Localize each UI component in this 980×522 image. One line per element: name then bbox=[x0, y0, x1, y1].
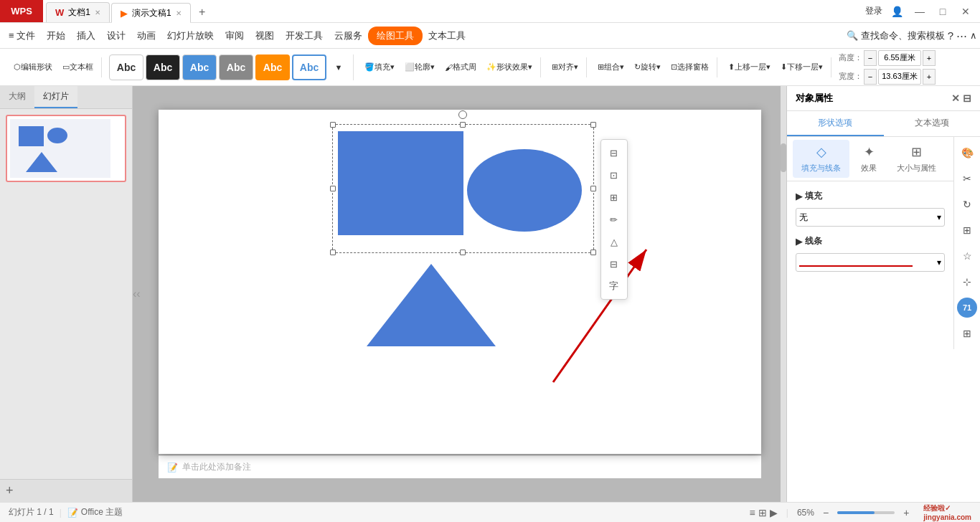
group-button[interactable]: ⊞ 组合▾ bbox=[594, 57, 628, 77]
canvas-area[interactable]: ‹‹ bbox=[133, 86, 786, 502]
grid-view-button[interactable]: ⊞ bbox=[758, 507, 767, 518]
handle-bl[interactable] bbox=[330, 250, 336, 255]
text-box-button[interactable]: ▭ 文本框 bbox=[59, 57, 97, 77]
width-decrease-button[interactable]: − bbox=[864, 69, 877, 85]
list-view-button[interactable]: ≡ bbox=[750, 507, 755, 518]
side-star-icon[interactable]: ☆ bbox=[957, 246, 977, 266]
menu-start[interactable]: 开始 bbox=[41, 27, 71, 45]
float-shape-button[interactable]: △ bbox=[604, 232, 624, 252]
right-subtab-fill[interactable]: ◇ 填充与线条 bbox=[793, 140, 849, 178]
float-zoom-button[interactable]: ⊟ bbox=[604, 143, 624, 163]
panel-tab-outline[interactable]: 大纲 bbox=[0, 86, 34, 108]
tab-doc1-close[interactable]: ✕ bbox=[95, 9, 100, 16]
handle-br[interactable] bbox=[590, 250, 596, 255]
slide-thumbnail-1[interactable]: 1 bbox=[6, 115, 126, 182]
edit-shape-button[interactable]: ⬡ 编辑形状 bbox=[10, 57, 56, 77]
minimize-button[interactable]: — bbox=[911, 3, 928, 20]
tab-presentation[interactable]: ▶ 演示文稿1 ✕ bbox=[111, 3, 191, 23]
outline-button[interactable]: ⬜ 轮廓▾ bbox=[401, 57, 438, 77]
fill-button[interactable]: 🪣 填充▾ bbox=[361, 57, 398, 77]
width-increase-button[interactable]: + bbox=[923, 69, 936, 85]
height-input[interactable] bbox=[878, 50, 921, 66]
abc-style-orange[interactable]: Abc bbox=[255, 54, 290, 80]
float-crop-button[interactable]: ⊡ bbox=[604, 165, 624, 185]
handle-tl[interactable] bbox=[330, 122, 336, 128]
right-tab-text[interactable]: 文本选项 bbox=[884, 111, 981, 136]
right-panel-close-button[interactable]: ✕ bbox=[951, 92, 960, 104]
expand-fill-icon[interactable]: ▶ bbox=[796, 191, 802, 201]
menu-view[interactable]: 视图 bbox=[250, 27, 280, 45]
down-layer-button[interactable]: ⬇ 下移一层▾ bbox=[777, 57, 826, 77]
right-panel-pin-button[interactable]: ⊟ bbox=[963, 92, 971, 104]
user-icon[interactable]: 👤 bbox=[888, 3, 905, 20]
abc-style-blue[interactable]: Abc bbox=[182, 54, 217, 80]
menu-review[interactable]: 审阅 bbox=[220, 27, 250, 45]
new-tab-button[interactable]: + bbox=[192, 2, 212, 22]
menu-drawtool[interactable]: 绘图工具 bbox=[368, 27, 423, 45]
select-pane-button[interactable]: ⊡ 选择窗格 bbox=[667, 57, 712, 77]
width-input[interactable] bbox=[878, 69, 921, 85]
height-decrease-button[interactable]: − bbox=[864, 50, 877, 66]
rotate-handle[interactable] bbox=[458, 110, 467, 119]
right-subtab-effect[interactable]: ✦ 效果 bbox=[852, 140, 885, 178]
abc-style-outline[interactable]: Abc bbox=[292, 54, 326, 80]
align-button[interactable]: ⊞ 对齐▾ bbox=[548, 57, 582, 77]
side-rotate-icon[interactable]: ↻ bbox=[957, 194, 977, 214]
expand-line-icon[interactable]: ▶ bbox=[796, 237, 802, 247]
panel-tab-slides[interactable]: 幻灯片 bbox=[34, 86, 77, 108]
zoom-slider[interactable] bbox=[837, 511, 895, 514]
handle-tr[interactable] bbox=[590, 122, 596, 128]
right-subtab-size[interactable]: ⊞ 大小与属性 bbox=[888, 140, 945, 178]
handle-bm[interactable] bbox=[460, 250, 466, 255]
float-copy-button[interactable]: ⊟ bbox=[604, 254, 624, 274]
fullscreen-button[interactable]: ▶ bbox=[770, 507, 778, 518]
format-button[interactable]: 🖌 格式周 bbox=[441, 57, 480, 77]
rotate-button[interactable]: ↻ 旋转▾ bbox=[631, 57, 664, 77]
menu-slideshow[interactable]: 幻灯片放映 bbox=[161, 27, 220, 45]
help-icon[interactable]: ? bbox=[948, 29, 953, 42]
float-layers-button[interactable]: ⊞ bbox=[604, 187, 624, 207]
handle-tm[interactable] bbox=[460, 122, 466, 128]
collapse-icon[interactable]: ∧ bbox=[970, 30, 977, 41]
side-paint-icon[interactable]: 🎨 bbox=[957, 143, 977, 163]
menu-cloud[interactable]: 云服务 bbox=[329, 27, 368, 45]
search-bar[interactable]: 🔍 查找命令、搜索模板 bbox=[847, 29, 945, 42]
slide-canvas[interactable]: ⊟ ⊡ ⊞ ✏ △ ⊟ 字 bbox=[159, 110, 761, 454]
fill-dropdown[interactable]: 无 ▾ bbox=[796, 208, 945, 227]
right-tab-shape[interactable]: 形状选项 bbox=[787, 111, 884, 136]
handle-ml[interactable] bbox=[330, 186, 336, 191]
menu-design[interactable]: 设计 bbox=[101, 27, 131, 45]
shape-effect-button[interactable]: ✨ 形状效果▾ bbox=[483, 57, 536, 77]
login-button[interactable]: 登录 bbox=[865, 5, 882, 17]
abc-style-gray[interactable]: Abc bbox=[219, 54, 253, 80]
more-icon[interactable]: ⋯ bbox=[956, 29, 967, 42]
side-grid-icon[interactable]: ⊞ bbox=[957, 323, 977, 343]
shape-triangle[interactable] bbox=[367, 264, 496, 346]
height-increase-button[interactable]: + bbox=[923, 50, 936, 66]
scroll-left-icon[interactable]: ‹‹ bbox=[133, 288, 141, 300]
menu-devtools[interactable]: 开发工具 bbox=[280, 27, 329, 45]
abc-style-white[interactable]: Abc bbox=[109, 54, 143, 80]
menu-animation[interactable]: 动画 bbox=[131, 27, 161, 45]
menu-texttool[interactable]: 文本工具 bbox=[423, 27, 471, 45]
add-slide-button[interactable]: + bbox=[6, 483, 14, 498]
float-text-button[interactable]: 字 bbox=[604, 276, 624, 296]
side-crop-icon[interactable]: ✂ bbox=[957, 169, 977, 189]
shape-ellipse[interactable] bbox=[467, 149, 582, 232]
handle-mr[interactable] bbox=[590, 186, 596, 191]
line-dropdown[interactable]: ▾ bbox=[796, 253, 945, 272]
restore-button[interactable]: □ bbox=[934, 3, 951, 20]
menu-file[interactable]: ≡ 文件 bbox=[3, 27, 41, 45]
zoom-in-button[interactable]: + bbox=[900, 507, 912, 518]
notes-area[interactable]: 📝 单击此处添加备注 bbox=[159, 455, 761, 478]
shape-rectangle[interactable] bbox=[338, 131, 463, 235]
scrollbar-thumb[interactable] bbox=[781, 143, 786, 172]
tab-presentation-close[interactable]: ✕ bbox=[176, 9, 182, 17]
side-replace-icon[interactable]: ⊞ bbox=[957, 220, 977, 240]
vertical-scrollbar[interactable] bbox=[781, 86, 786, 502]
up-layer-button[interactable]: ⬆ 上移一层▾ bbox=[725, 57, 774, 77]
zoom-out-button[interactable]: − bbox=[820, 507, 831, 518]
tab-doc1[interactable]: W 文档1 ✕ bbox=[46, 2, 110, 22]
abc-more-button[interactable]: ▼ bbox=[329, 57, 349, 77]
abc-style-black[interactable]: Abc bbox=[146, 54, 180, 80]
